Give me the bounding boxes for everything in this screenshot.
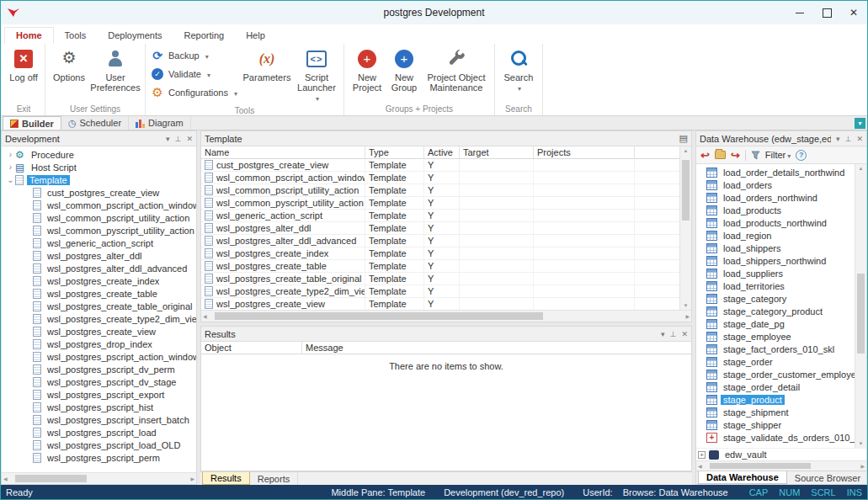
- object-tree-item[interactable]: load_shippers_northwind: [696, 254, 855, 267]
- scroll-left-icon[interactable]: [698, 464, 702, 469]
- filter-button[interactable]: Filter: [765, 150, 791, 160]
- minimize-button[interactable]: [786, 1, 813, 24]
- template-tree-item[interactable]: wsl_postgres_pscript_perm: [2, 451, 196, 464]
- close-icon[interactable]: [681, 330, 688, 338]
- script-launcher-button[interactable]: Script Launcher: [293, 45, 340, 104]
- tab-tools[interactable]: Tools: [54, 28, 98, 44]
- object-tree-item[interactable]: stage_employee: [696, 330, 855, 343]
- browser-vertical-scrollbar[interactable]: [855, 164, 866, 448]
- tree-item-edw-vault[interactable]: edw_vault: [696, 448, 866, 460]
- object-tree-item[interactable]: stage_date_pg: [696, 317, 855, 330]
- template-tree-item[interactable]: wsl_postgres_pscript_load_OLD: [2, 439, 196, 451]
- template-tree-item[interactable]: wsl_postgres_create_type2_dim_view: [2, 312, 196, 325]
- close-icon[interactable]: [856, 135, 863, 143]
- folder-icon[interactable]: [715, 151, 726, 159]
- object-tree-item[interactable]: load_orders_northwind: [696, 191, 855, 204]
- table-row[interactable]: wsl_postgres_create_table_original Templ…: [201, 273, 679, 285]
- template-tree-item[interactable]: wsl_postgres_create_index: [2, 274, 196, 287]
- table-row[interactable]: wsl_postgres_create_type2_dim_view Templ…: [201, 285, 679, 298]
- tab-deployments[interactable]: Deployments: [97, 28, 173, 44]
- table-row[interactable]: wsl_postgres_alter_ddl Template Y: [201, 222, 679, 235]
- project-object-maintenance-button[interactable]: Project Object Maintenance: [422, 45, 491, 103]
- template-tree-item[interactable]: wsl_common_pscript_utility_action: [2, 211, 196, 224]
- table-row[interactable]: wsl_postgres_create_view Template Y: [201, 298, 679, 310]
- object-tree-item[interactable]: load_products_northwind: [696, 216, 855, 229]
- tree-item-host-script[interactable]: Host Script: [2, 161, 196, 173]
- new-project-button[interactable]: New Project: [348, 45, 386, 103]
- tab-source-browser[interactable]: Source Browser: [787, 471, 868, 484]
- browser-horizontal-scrollbar[interactable]: [696, 460, 866, 471]
- object-tree-item[interactable]: stage_category: [696, 292, 855, 305]
- object-tree-item[interactable]: load_territories: [696, 279, 855, 292]
- scrollbar-thumb[interactable]: [857, 274, 865, 354]
- template-tree-item[interactable]: wsl_postgres_pscript_hist: [2, 401, 196, 413]
- tab-scheduler[interactable]: Scheduler: [61, 116, 129, 130]
- pin-icon[interactable]: [175, 135, 182, 143]
- tab-builder[interactable]: Builder: [3, 116, 61, 130]
- new-group-button[interactable]: New Group: [386, 45, 422, 103]
- scroll-right-icon[interactable]: [190, 476, 194, 481]
- parameters-button[interactable]: Parameters: [241, 45, 293, 104]
- column-header-type[interactable]: Type: [365, 146, 424, 158]
- template-tree-item[interactable]: wsl_postgres_create_table: [2, 287, 196, 300]
- template-vertical-scrollbar[interactable]: [679, 146, 691, 310]
- table-row[interactable]: wsl_postgres_create_table Template Y: [201, 260, 679, 273]
- template-tree-item[interactable]: wsl_postgres_pscript_load: [2, 426, 196, 439]
- object-tree-item[interactable]: stage_validate_ds_orders_010_v: [696, 431, 855, 444]
- scrollbar-thumb[interactable]: [15, 475, 87, 482]
- table-row[interactable]: cust_postgres_create_view Template Y: [201, 159, 679, 172]
- panel-menu-icon[interactable]: [166, 135, 170, 143]
- tab-diagram[interactable]: Diagram: [129, 116, 191, 130]
- scroll-up-icon[interactable]: [859, 166, 864, 171]
- scroll-up-icon[interactable]: [684, 148, 689, 153]
- filter-funnel-icon[interactable]: [751, 151, 760, 160]
- template-horizontal-scrollbar[interactable]: [201, 310, 691, 322]
- template-tree-item[interactable]: wsl_common_pscript_action_windows: [2, 199, 196, 211]
- user-preferences-button[interactable]: User Preferences: [89, 45, 141, 103]
- table-row[interactable]: wsl_generic_action_script Template Y: [201, 210, 679, 222]
- object-tree-item[interactable]: stage_category_product: [696, 305, 855, 317]
- list-view-icon[interactable]: [679, 133, 688, 144]
- left-horizontal-scrollbar[interactable]: [2, 472, 196, 484]
- expander-icon[interactable]: [6, 175, 15, 184]
- template-tree-item[interactable]: wsl_postgres_pscript_insert_batch: [2, 413, 196, 426]
- column-header-message[interactable]: Message: [302, 342, 691, 354]
- template-tree-item[interactable]: wsl_postgres_pscript_dv_perm: [2, 363, 196, 375]
- template-tree-item[interactable]: wsl_postgres_pscript_action_windows: [2, 350, 196, 363]
- table-row[interactable]: wsl_common_pyscript_utility_action Templ…: [201, 197, 679, 210]
- scroll-left-icon[interactable]: [203, 314, 207, 319]
- object-tree-item[interactable]: load_region: [696, 229, 855, 242]
- column-header-name[interactable]: Name: [201, 146, 365, 158]
- tab-data-warehouse[interactable]: Data Warehouse: [698, 471, 787, 484]
- object-tree-item[interactable]: load_suppliers: [696, 267, 855, 279]
- column-header-target[interactable]: Target: [460, 146, 534, 158]
- refresh-forward-icon[interactable]: [731, 149, 740, 162]
- template-tree-item[interactable]: wsl_postgres_create_view: [2, 325, 196, 338]
- column-header-projects[interactable]: Projects: [534, 146, 635, 158]
- expander-icon[interactable]: [6, 162, 15, 172]
- configurations-button[interactable]: Configurations: [151, 86, 237, 99]
- template-tree-item[interactable]: wsl_common_pyscript_utility_action: [2, 224, 196, 237]
- expand-plus-icon[interactable]: [698, 451, 706, 459]
- table-row[interactable]: wsl_common_pscript_utility_action Templa…: [201, 184, 679, 197]
- log-off-button[interactable]: Log off: [6, 45, 41, 103]
- help-icon[interactable]: [796, 150, 807, 161]
- template-tree-item[interactable]: wsl_postgres_drop_index: [2, 338, 196, 350]
- object-tree-item[interactable]: load_order_details_northwind: [696, 166, 855, 178]
- table-row[interactable]: wsl_common_pscript_action_windows Templa…: [201, 172, 679, 184]
- column-header-active[interactable]: Active: [424, 146, 460, 158]
- template-tree-item[interactable]: wsl_postgres_pscript_export: [2, 388, 196, 401]
- scroll-right-icon[interactable]: [685, 314, 690, 319]
- template-tree-item[interactable]: wsl_postgres_alter_ddl: [2, 249, 196, 262]
- tree-item-procedure[interactable]: Procedure: [2, 148, 196, 161]
- tab-home[interactable]: Home: [4, 27, 54, 44]
- table-row[interactable]: wsl_postgres_create_index Template Y: [201, 247, 679, 260]
- template-tree-item[interactable]: wsl_generic_action_script: [2, 237, 196, 249]
- refresh-back-icon[interactable]: [700, 149, 710, 162]
- object-tree-item[interactable]: load_products: [696, 204, 855, 216]
- scroll-right-icon[interactable]: [860, 464, 865, 469]
- object-tree-item[interactable]: stage_order_detail: [696, 380, 855, 393]
- pin-icon[interactable]: [845, 135, 852, 143]
- scroll-down-icon[interactable]: [684, 303, 689, 308]
- object-tree-item[interactable]: stage_fact_orders_010_skl: [696, 343, 855, 355]
